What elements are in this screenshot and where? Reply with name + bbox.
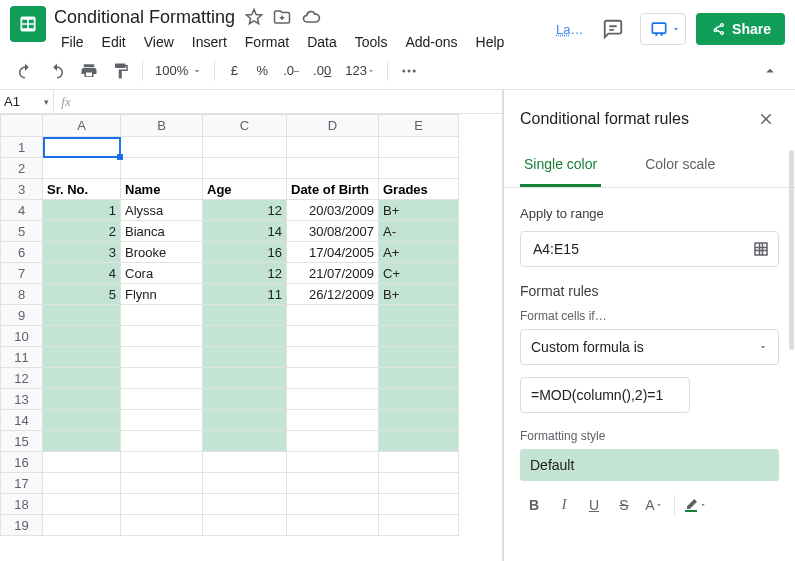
paint-format-icon[interactable] bbox=[106, 58, 136, 84]
separator bbox=[674, 495, 675, 515]
row-header[interactable]: 9 bbox=[1, 305, 43, 326]
select-all-corner[interactable] bbox=[1, 115, 43, 137]
cloud-status-icon[interactable] bbox=[301, 7, 321, 27]
strikethrough-button[interactable]: S bbox=[610, 491, 638, 519]
text-color-button[interactable]: A bbox=[640, 491, 668, 519]
decrease-decimal-button[interactable]: .0_ bbox=[277, 58, 305, 84]
row-header[interactable]: 12 bbox=[1, 368, 43, 389]
row-header[interactable]: 4 bbox=[1, 200, 43, 221]
row-header[interactable]: 5 bbox=[1, 221, 43, 242]
document-title[interactable]: Conditional Formatting bbox=[54, 7, 235, 28]
menubar: File Edit View Insert Format Data Tools … bbox=[54, 32, 556, 52]
row-header[interactable]: 10 bbox=[1, 326, 43, 347]
row-header[interactable]: 8 bbox=[1, 284, 43, 305]
underline-button[interactable]: U bbox=[580, 491, 608, 519]
style-preview[interactable]: Default bbox=[520, 449, 779, 481]
format-cells-if-label: Format cells if… bbox=[520, 309, 779, 323]
separator bbox=[387, 61, 388, 81]
col-header-D[interactable]: D bbox=[287, 115, 379, 137]
row-header[interactable]: 6 bbox=[1, 242, 43, 263]
row-header[interactable]: 11 bbox=[1, 347, 43, 368]
grid-select-icon[interactable] bbox=[752, 240, 770, 258]
row-header[interactable]: 16 bbox=[1, 452, 43, 473]
formula-field[interactable] bbox=[531, 387, 679, 403]
row-header[interactable]: 14 bbox=[1, 410, 43, 431]
col-header-E[interactable]: E bbox=[379, 115, 459, 137]
svg-point-2 bbox=[407, 69, 410, 72]
currency-button[interactable]: £ bbox=[221, 58, 247, 84]
rule-type-select[interactable]: Custom formula is bbox=[520, 329, 779, 365]
move-icon[interactable] bbox=[273, 8, 291, 26]
share-label: Share bbox=[732, 21, 771, 37]
col-header-C[interactable]: C bbox=[203, 115, 287, 137]
col-header-A[interactable]: A bbox=[43, 115, 121, 137]
svg-point-3 bbox=[413, 69, 416, 72]
sidebar-scrollbar[interactable] bbox=[789, 90, 795, 561]
menu-addons[interactable]: Add-ons bbox=[398, 32, 464, 52]
name-box[interactable]: A1▾ bbox=[0, 90, 54, 113]
percent-button[interactable]: % bbox=[249, 58, 275, 84]
formula-input-box[interactable] bbox=[520, 377, 690, 413]
menu-insert[interactable]: Insert bbox=[185, 32, 234, 52]
range-input[interactable] bbox=[520, 231, 779, 267]
more-toolbar-icon[interactable] bbox=[394, 58, 424, 84]
italic-button[interactable]: I bbox=[550, 491, 578, 519]
row-header[interactable]: 18 bbox=[1, 494, 43, 515]
tab-single-color[interactable]: Single color bbox=[520, 146, 601, 187]
present-button[interactable] bbox=[640, 13, 686, 45]
menu-edit[interactable]: Edit bbox=[95, 32, 133, 52]
format-rules-label: Format rules bbox=[520, 283, 779, 299]
row-header[interactable]: 17 bbox=[1, 473, 43, 494]
print-icon[interactable] bbox=[74, 58, 104, 84]
share-button[interactable]: Share bbox=[696, 13, 785, 45]
menu-view[interactable]: View bbox=[137, 32, 181, 52]
sidebar-title: Conditional format rules bbox=[520, 110, 689, 128]
menu-tools[interactable]: Tools bbox=[348, 32, 395, 52]
svg-point-1 bbox=[402, 69, 405, 72]
fill-color-button[interactable] bbox=[681, 491, 709, 519]
row-header[interactable]: 1 bbox=[1, 137, 43, 158]
row-header[interactable]: 3 bbox=[1, 179, 43, 200]
row-header[interactable]: 7 bbox=[1, 263, 43, 284]
undo-icon[interactable] bbox=[10, 58, 40, 84]
increase-decimal-button[interactable]: .00 bbox=[307, 58, 337, 84]
toolbar: 100% £ % .0_ .00 123 bbox=[0, 52, 795, 90]
last-edit-link[interactable]: Las… bbox=[556, 22, 586, 37]
number-format-button[interactable]: 123 bbox=[339, 58, 381, 84]
redo-icon[interactable] bbox=[42, 58, 72, 84]
cell-A1[interactable] bbox=[43, 137, 121, 158]
svg-rect-0 bbox=[652, 23, 665, 33]
range-field[interactable] bbox=[533, 241, 752, 257]
spreadsheet-grid[interactable]: A B C D E 1 2 3Sr. No.NameAgeDate of Bir… bbox=[0, 114, 502, 536]
conditional-format-sidebar: Conditional format rules Single color Co… bbox=[503, 90, 795, 561]
row-header[interactable]: 13 bbox=[1, 389, 43, 410]
close-icon[interactable] bbox=[753, 106, 779, 132]
menu-data[interactable]: Data bbox=[300, 32, 344, 52]
tab-color-scale[interactable]: Color scale bbox=[641, 146, 719, 187]
formatting-style-label: Formatting style bbox=[520, 429, 779, 443]
zoom-select[interactable]: 100% bbox=[149, 59, 208, 82]
separator bbox=[142, 61, 143, 81]
separator bbox=[214, 61, 215, 81]
menu-help[interactable]: Help bbox=[469, 32, 512, 52]
bold-button[interactable]: B bbox=[520, 491, 548, 519]
row-header[interactable]: 15 bbox=[1, 431, 43, 452]
col-header-B[interactable]: B bbox=[121, 115, 203, 137]
svg-rect-4 bbox=[755, 243, 767, 255]
fx-icon: fx bbox=[54, 94, 78, 110]
collapse-toolbar-icon[interactable] bbox=[755, 58, 785, 84]
sheets-logo-icon[interactable] bbox=[10, 6, 46, 42]
row-header[interactable]: 19 bbox=[1, 515, 43, 536]
row-header[interactable]: 2 bbox=[1, 158, 43, 179]
menu-file[interactable]: File bbox=[54, 32, 91, 52]
star-icon[interactable] bbox=[245, 8, 263, 26]
apply-to-range-label: Apply to range bbox=[520, 206, 779, 221]
comment-history-icon[interactable] bbox=[596, 12, 630, 46]
menu-format[interactable]: Format bbox=[238, 32, 296, 52]
